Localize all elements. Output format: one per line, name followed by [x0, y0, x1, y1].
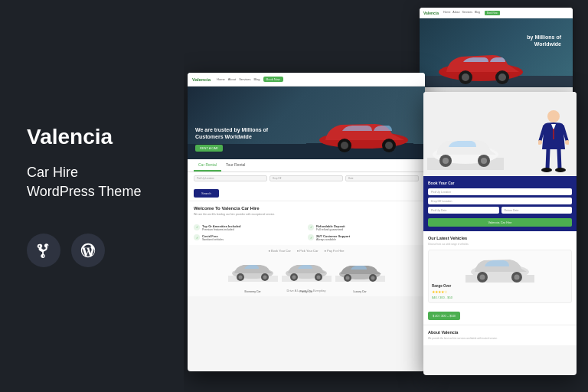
svg-point-29 [371, 276, 374, 279]
svg-point-15 [238, 275, 242, 279]
bs-logo: Valencia [423, 11, 439, 15]
bs-nav-blog: Blog [475, 11, 480, 15]
ms-cars-section: ● Book Your Car ● Pick Your Car ● Pay Fo… [188, 245, 425, 296]
ms-steps: ● Book Your Car ● Pick Your Car ● Pay Fo… [194, 249, 419, 253]
svg-point-40 [555, 168, 566, 172]
ms-tabs: Car Rental Tour Rental [188, 159, 425, 172]
ms-search-btn[interactable]: Search [194, 189, 219, 198]
rs-vehicle-name: Range Over [432, 284, 568, 288]
fork-icon [35, 242, 52, 259]
ms-cars-row: Economy Car Family Car [194, 255, 419, 286]
rs-date-row: Pick Up Date Return Date [428, 207, 572, 216]
rs-about: About Valencia We provide the best car h… [423, 325, 577, 345]
svg-point-11 [385, 142, 393, 149]
ms-feature-3: ✓ Covid Free Sanitized vehicles [194, 234, 305, 242]
ms-feature-text-1: Premium features included [202, 228, 240, 232]
ms-car-card-3: Luxury Car [335, 255, 385, 286]
bs-hero-text: by Millions of Worldwide [527, 34, 561, 47]
rs-hero-area [423, 92, 577, 176]
ms-nav-about: About [228, 77, 236, 81]
bs-nav-about: About [452, 11, 459, 15]
ms-hero-btn[interactable]: RENT A CAR [195, 145, 223, 152]
bs-hero: by Millions of Worldwide [420, 18, 573, 87]
svg-point-36 [547, 110, 560, 122]
ms-feature-icon-3: ✓ [194, 234, 200, 240]
ms-feature-icon-2: ✓ [308, 224, 314, 230]
theme-forest-badge[interactable] [27, 234, 60, 267]
ms-feature-text-3: Sanitized vehicles [202, 238, 224, 242]
ms-feature-4: ✓ 24/7 Customer Support Always available [308, 234, 419, 242]
rs-dropoff-field[interactable]: Drop Off Location [428, 198, 572, 204]
ms-search-form: Pick Up Location Drop Off Date Search [188, 172, 425, 201]
ms-car-name-1: Economy Car [228, 290, 278, 293]
ms-hero-car-svg [306, 111, 413, 153]
rs-form-section: Book Your Car Pick Up Location Drop Off … [423, 176, 577, 231]
ms-tab-car-rental[interactable]: Car Rental [194, 159, 221, 172]
ms-hero-bg [188, 87, 425, 159]
ms-features: ✓ Top Gr Amenities Included Premium feat… [188, 221, 425, 245]
rs-vehicle-price: $40 / 300 - $50 [432, 296, 568, 299]
rs-pickup-field[interactable]: Pick Up Location [428, 188, 572, 195]
rs-search-btn[interactable]: Valencia Car Hire [428, 218, 572, 227]
ms-feature-text-2: Full refund guaranteed [316, 228, 345, 232]
ms-car-name-3: Luxury Car [335, 290, 385, 293]
rs-vehicles-text: Choose from our wide range of vehicles [428, 243, 572, 246]
svg-point-44 [480, 275, 485, 280]
ms-feature-1: ✓ Top Gr Amenities Included Premium feat… [194, 224, 305, 232]
brand-subtitle-2: WordPress Theme [27, 182, 157, 201]
bs-nav-cta[interactable]: Book Now [485, 11, 500, 15]
ms-hero-text: We are trusted by Millions of Customers … [195, 126, 268, 140]
screenshot-right: Book Your Car Pick Up Location Drop Off … [423, 92, 577, 375]
ms-nav-items: Home About Services Blog [217, 77, 260, 81]
ms-welcome: Welcome To Valencia Car Hire We are the … [188, 201, 425, 221]
ms-dropoff-field[interactable]: Drop Off [270, 175, 343, 181]
ms-nav-home: Home [217, 77, 225, 81]
svg-point-21 [292, 275, 296, 279]
ms-car-card-2: Family Car [282, 255, 332, 286]
brand-subtitle-1: Car Hire [27, 163, 157, 182]
ms-welcome-text: We are the world's leading car hire prov… [194, 213, 419, 217]
svg-point-35 [481, 158, 487, 164]
wordpress-icon [80, 242, 96, 259]
ms-welcome-title: Welcome To Valencia Car Hire [194, 206, 419, 211]
rs-vehicles-section: Our Latest Vehicles Choose from our wide… [423, 231, 577, 325]
ms-nav-services: Services [239, 77, 250, 81]
ms-form-row-1: Pick Up Location Drop Off Date [194, 175, 419, 181]
rs-vehicles-title: Our Latest Vehicles [428, 236, 572, 240]
rs-person-svg [538, 107, 569, 176]
rs-vehicle-car-svg [466, 253, 534, 283]
ms-car-img-1 [228, 255, 278, 286]
ms-feature-icon-4: ✓ [308, 234, 314, 240]
ms-tab-tour-rental[interactable]: Tour Rental [221, 159, 250, 172]
ms-hero: We are trusted by Millions of Customers … [188, 87, 425, 159]
bs-nav-items: Home About Services Blog Book Now [443, 11, 500, 15]
svg-point-23 [316, 275, 320, 279]
ms-car-img-2 [282, 255, 332, 286]
screenshot-main: Valencia Home About Services Blog Book N… [188, 73, 425, 371]
rs-book-btn[interactable]: $ 40 / 300 – $50/ [428, 312, 460, 320]
rs-form-title: Book Your Car [428, 181, 572, 185]
rs-car-svg [427, 132, 504, 170]
ms-car-card-1: Economy Car [228, 255, 278, 286]
svg-point-3 [462, 74, 469, 81]
svg-point-5 [498, 74, 506, 81]
ms-feature-2: ✓ Refundable Deposit Full refund guarant… [308, 224, 419, 232]
ms-nav-cta[interactable]: Book Now [263, 77, 283, 82]
ms-nav-blog: Blog [254, 77, 260, 81]
ms-date-field[interactable]: Date [345, 175, 419, 181]
rs-about-title: About Valencia [428, 330, 572, 335]
svg-point-9 [341, 142, 348, 149]
bs-nav: Valencia Home About Services Blog Book N… [420, 8, 573, 18]
bs-nav-home: Home [443, 11, 450, 15]
rs-vehicle-stars: ★★★★☆ [432, 289, 568, 294]
rs-return-date[interactable]: Return Date [501, 207, 573, 214]
svg-point-17 [263, 275, 266, 279]
svg-point-39 [541, 168, 552, 172]
svg-point-33 [443, 158, 449, 164]
ms-pickup-field[interactable]: Pick Up Location [194, 175, 267, 181]
ms-feature-icon-1: ✓ [194, 224, 200, 230]
wordpress-badge[interactable] [71, 234, 105, 267]
rs-pickup-date[interactable]: Pick Up Date [428, 207, 499, 214]
ms-nav: Valencia Home About Services Blog Book N… [188, 73, 425, 87]
left-panel: Valencia Car Hire WordPress Theme [0, 0, 184, 392]
